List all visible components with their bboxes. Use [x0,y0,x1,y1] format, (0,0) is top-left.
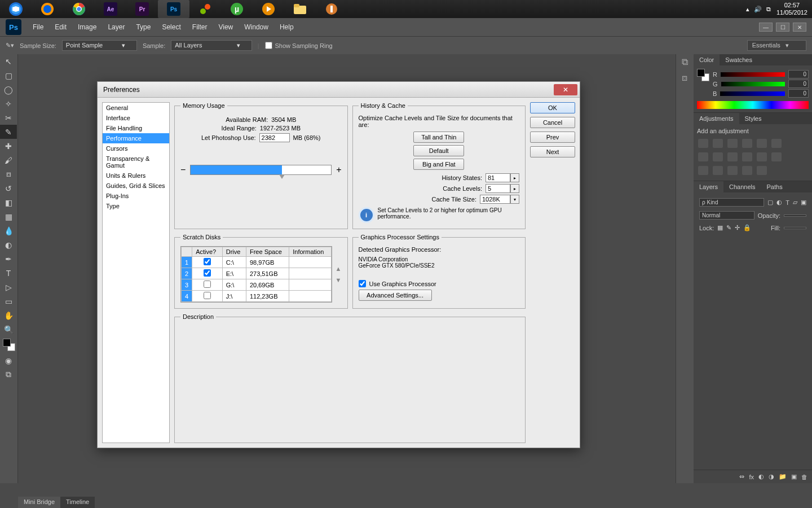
adj-threshold-icon[interactable] [698,166,708,175]
adj-photo-icon[interactable] [713,152,723,161]
cancel-button[interactable]: Cancel [530,117,575,128]
history-panel-icon[interactable]: ⧉ [676,54,693,70]
menu-filter[interactable]: Filter [187,23,213,31]
scratch-active-checkbox[interactable] [204,258,211,265]
taskbar-utorrent[interactable]: µ [221,0,253,18]
cache-tile-select[interactable] [480,195,510,204]
minimize-button[interactable]: — [759,23,773,32]
menu-window[interactable]: Window [239,23,274,31]
layer-mask-icon[interactable]: ◐ [758,473,764,480]
big-flat-button[interactable]: Big and Flat [413,159,464,170]
tool-marquee[interactable]: ▢ [0,68,17,82]
taskbar-clock[interactable]: 02:57 11/05/2012 [776,2,807,16]
history-states-input[interactable] [486,173,510,182]
use-gpu-checkbox[interactable]: Use Graphics Processor [359,280,520,287]
adj-hue-icon[interactable] [771,139,782,148]
sample-select[interactable]: All Layers ▾ [171,40,251,51]
adj-bw-icon[interactable] [698,152,708,161]
input-r[interactable] [788,70,809,78]
prefs-nav-type[interactable]: Type [103,201,169,211]
default-button[interactable]: Default [413,145,464,156]
link-layers-icon[interactable]: ⇔ [739,473,744,480]
tool-move[interactable]: ↖ [0,54,17,68]
adj-curves-icon[interactable] [727,139,738,148]
delete-layer-icon[interactable]: 🗑 [801,474,807,480]
lock-pos-icon[interactable]: ✢ [735,224,740,231]
fill-input[interactable] [784,227,806,229]
blend-mode-select[interactable]: Normal [699,211,754,220]
prefs-nav-units-rulers[interactable]: Units & Rulers [103,170,169,181]
tab-swatches[interactable]: Swatches [720,54,758,65]
volume-icon[interactable]: 🔊 [754,6,762,13]
ok-button[interactable]: OK [530,102,575,113]
new-group-icon[interactable]: 📁 [779,473,787,480]
adj-more2-icon[interactable] [757,166,767,175]
tool-pen[interactable]: ✒ [0,252,17,266]
prefs-nav-transparency-gamut[interactable]: Transparency & Gamut [103,154,169,170]
scratch-row[interactable]: 4J:\112,23GB [182,291,332,302]
taskbar-premiere[interactable]: Pr [126,0,158,18]
adj-gradient-icon[interactable] [713,166,723,175]
menu-select[interactable]: Select [156,23,186,31]
prev-button[interactable]: Prev [530,132,575,143]
workspace-select[interactable]: Essentials ▾ [747,40,806,51]
adj-selective-icon[interactable] [727,166,738,175]
opacity-input[interactable] [784,214,806,217]
slider-minus[interactable]: − [180,165,186,175]
filter-shape-icon[interactable]: ▱ [793,199,797,206]
color-spectrum[interactable] [697,101,809,109]
menu-image[interactable]: Image [72,23,102,31]
layer-fx-icon[interactable]: fx [749,474,754,480]
tool-history-brush[interactable]: ↺ [0,181,17,195]
filter-type-icon[interactable]: T [785,199,789,206]
color-panel-swatch[interactable] [697,69,709,81]
filter-adj-icon[interactable]: ◐ [776,199,782,206]
filter-pixel-icon[interactable]: ▢ [767,199,773,206]
eyedropper-tool-icon[interactable]: ✎▾ [6,42,14,49]
tab-layers[interactable]: Layers [694,181,723,192]
prefs-nav-general[interactable]: General [103,103,169,113]
tool-eraser[interactable]: ◧ [0,195,17,209]
sample-size-select[interactable]: Point Sample ▾ [62,40,137,51]
tool-quickmask[interactable]: ◉ [0,353,17,367]
tool-screen-mode[interactable]: ⧉ [0,367,17,382]
menu-view[interactable]: View [213,23,239,31]
adj-brightness-icon[interactable] [698,139,708,148]
adj-invert-icon[interactable] [757,152,767,161]
network-icon[interactable]: ⧉ [766,6,771,13]
taskbar-media-player[interactable] [253,0,284,18]
memory-slider[interactable] [190,165,332,175]
start-button[interactable] [0,0,32,18]
advanced-settings-button[interactable]: Advanced Settings... [359,290,432,301]
cache-levels-input[interactable] [486,184,510,193]
tool-dodge[interactable]: ◐ [0,238,17,252]
tray-chevron-icon[interactable]: ▴ [746,6,749,13]
adj-mixer-icon[interactable] [727,152,738,161]
tool-path-select[interactable]: ▷ [0,280,17,294]
prefs-nav-interface[interactable]: Interface [103,113,169,123]
tool-brush[interactable]: 🖌 [0,153,17,167]
tool-eyedropper[interactable]: ✎ [0,125,17,139]
adj-exposure-icon[interactable] [742,139,752,148]
menu-file[interactable]: File [27,23,49,31]
taskbar-photoshop[interactable]: Ps [158,0,189,18]
show-sampling-ring-checkbox[interactable]: Show Sampling Ring [265,42,333,49]
scratch-active-checkbox[interactable] [204,269,211,277]
taskbar-messenger[interactable] [189,0,221,18]
tab-paths[interactable]: Paths [761,181,788,192]
slider-plus[interactable]: + [336,165,341,175]
properties-panel-icon[interactable]: ⧈ [676,70,693,86]
tab-color[interactable]: Color [694,54,720,65]
lock-trans-icon[interactable]: ▦ [717,224,723,231]
close-window-button[interactable]: ✕ [793,23,806,32]
dialog-titlebar[interactable]: Preferences ✕ [98,82,580,98]
adj-levels-icon[interactable] [713,139,723,148]
tool-healing[interactable]: ✚ [0,139,17,153]
taskbar-firefox[interactable] [32,0,63,18]
tab-adjustments[interactable]: Adjustments [694,113,739,124]
tab-styles[interactable]: Styles [739,113,767,124]
prefs-nav-guides-grid-slices[interactable]: Guides, Grid & Slices [103,181,169,191]
prefs-nav-cursors[interactable]: Cursors [103,143,169,154]
system-tray[interactable]: ▴ 🔊 ⧉ [746,6,771,13]
move-up-button[interactable]: ▲ [336,265,342,272]
